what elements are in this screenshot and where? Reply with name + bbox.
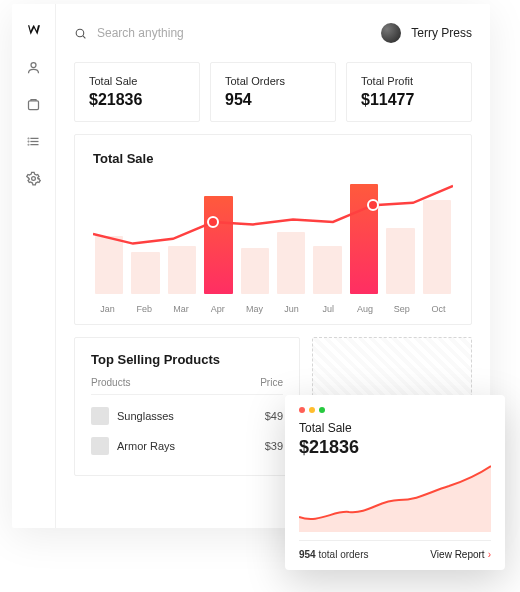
mini-orders-count: 954 <box>299 549 316 560</box>
mini-footer: 954 total orders View Report › <box>299 540 491 560</box>
sidebar <box>12 4 56 528</box>
chart-x-axis: JanFebMarAprMayJunJulAugSepOct <box>93 304 453 314</box>
username: Terry Press <box>411 26 472 40</box>
view-report-link[interactable]: View Report › <box>430 549 491 560</box>
svg-point-8 <box>32 177 36 181</box>
logo-icon <box>26 22 42 38</box>
product-price: $39 <box>265 440 283 452</box>
products-title: Top Selling Products <box>91 352 283 367</box>
stat-total-orders: Total Orders 954 <box>210 62 336 122</box>
total-sale-chart: Total Sale JanFebMarAprMayJunJulAugSepOc… <box>74 134 472 325</box>
chart-marker <box>367 199 379 211</box>
list-icon[interactable] <box>26 134 41 149</box>
minimize-icon[interactable] <box>309 407 315 413</box>
mini-title: Total Sale <box>299 421 491 435</box>
stat-label: Total Profit <box>361 75 457 87</box>
chart-title: Total Sale <box>93 151 453 166</box>
stat-value: $11477 <box>361 91 457 109</box>
axis-tick: Jul <box>314 304 343 314</box>
axis-tick: Jan <box>93 304 122 314</box>
col-products: Products <box>91 377 260 388</box>
svg-rect-1 <box>29 101 39 110</box>
stat-label: Total Sale <box>89 75 185 87</box>
svg-point-5 <box>28 138 29 139</box>
mini-orders: 954 total orders <box>299 549 430 560</box>
settings-icon[interactable] <box>26 171 41 186</box>
top-products-card: Top Selling Products Products Price Sung… <box>74 337 300 476</box>
product-price: $49 <box>265 410 283 422</box>
stat-value: $21836 <box>89 91 185 109</box>
orders-icon[interactable] <box>26 97 41 112</box>
stat-value: 954 <box>225 91 321 109</box>
stat-total-sale: Total Sale $21836 <box>74 62 200 122</box>
stat-label: Total Orders <box>225 75 321 87</box>
search-input[interactable] <box>97 26 371 40</box>
chevron-right-icon: › <box>488 549 491 560</box>
stats-row: Total Sale $21836 Total Orders 954 Total… <box>74 62 472 122</box>
topbar: Terry Press <box>74 18 472 48</box>
avatar[interactable] <box>381 23 401 43</box>
maximize-icon[interactable] <box>319 407 325 413</box>
chart-marker <box>207 216 219 228</box>
close-icon[interactable] <box>299 407 305 413</box>
table-row[interactable]: Sunglasses$49 <box>91 401 283 431</box>
mini-value: $21836 <box>299 437 491 458</box>
axis-tick: Apr <box>203 304 232 314</box>
product-name: Sunglasses <box>117 410 257 422</box>
mini-orders-label: total orders <box>316 549 369 560</box>
mini-chart <box>299 462 491 532</box>
axis-tick: Jun <box>277 304 306 314</box>
axis-tick: Aug <box>351 304 380 314</box>
col-price: Price <box>260 377 283 388</box>
product-thumbnail <box>91 437 109 455</box>
chart-body <box>93 174 453 294</box>
mini-total-sale-card: Total Sale $21836 954 total orders View … <box>285 395 505 570</box>
svg-point-0 <box>31 63 36 68</box>
table-row[interactable]: Armor Rays$39 <box>91 431 283 461</box>
axis-tick: May <box>240 304 269 314</box>
stat-total-profit: Total Profit $11477 <box>346 62 472 122</box>
products-table-head: Products Price <box>91 377 283 395</box>
product-name: Armor Rays <box>117 440 257 452</box>
svg-line-10 <box>83 35 85 37</box>
svg-point-9 <box>76 29 84 37</box>
window-controls <box>299 407 491 413</box>
svg-point-6 <box>28 141 29 142</box>
axis-tick: Oct <box>424 304 453 314</box>
axis-tick: Mar <box>167 304 196 314</box>
axis-tick: Feb <box>130 304 159 314</box>
product-thumbnail <box>91 407 109 425</box>
svg-point-7 <box>28 144 29 145</box>
user-icon[interactable] <box>26 60 41 75</box>
axis-tick: Sep <box>387 304 416 314</box>
view-report-label: View Report <box>430 549 484 560</box>
search-icon <box>74 27 87 40</box>
